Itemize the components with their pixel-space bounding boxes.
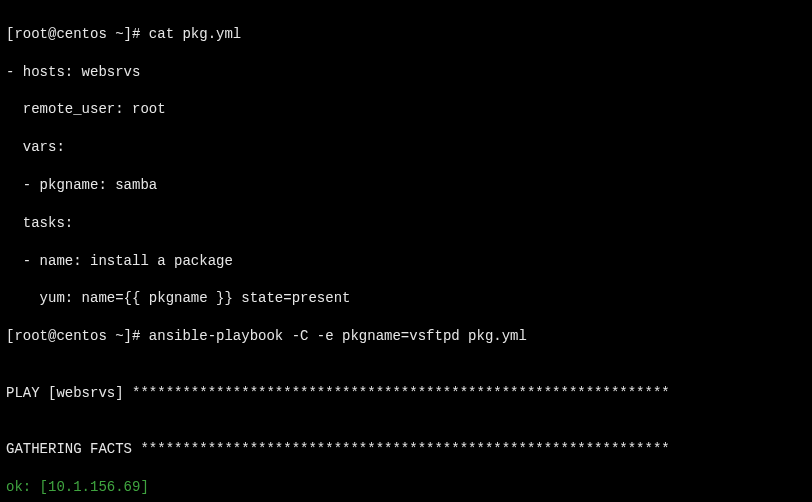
line-cmd-cat: [root@centos ~]# cat pkg.yml <box>6 25 806 44</box>
shell-prompt: [root@centos ~]# <box>6 328 149 344</box>
gathering-facts-header: GATHERING FACTS ************************… <box>6 440 806 459</box>
play-header: PLAY [websrvs] *************************… <box>6 384 806 403</box>
shell-prompt: [root@centos ~]# <box>6 26 149 42</box>
yml-line-pkgname: - pkgname: samba <box>6 176 806 195</box>
yml-line-hosts: - hosts: websrvs <box>6 63 806 82</box>
line-cmd-ansible: [root@centos ~]# ansible-playbook -C -e … <box>6 327 806 346</box>
yml-line-vars: vars: <box>6 138 806 157</box>
cat-command: cat pkg.yml <box>149 26 241 42</box>
yml-line-name: - name: install a package <box>6 252 806 271</box>
yml-line-remote-user: remote_user: root <box>6 100 806 119</box>
yml-line-yum: yum: name={{ pkgname }} state=present <box>6 289 806 308</box>
terminal-screen[interactable]: [root@centos ~]# cat pkg.yml - hosts: we… <box>0 0 812 502</box>
ansible-playbook-command: ansible-playbook -C -e pkgname=vsftpd pk… <box>149 328 527 344</box>
gather-ok-69: ok: [10.1.156.69] <box>6 478 806 497</box>
yml-line-tasks: tasks: <box>6 214 806 233</box>
